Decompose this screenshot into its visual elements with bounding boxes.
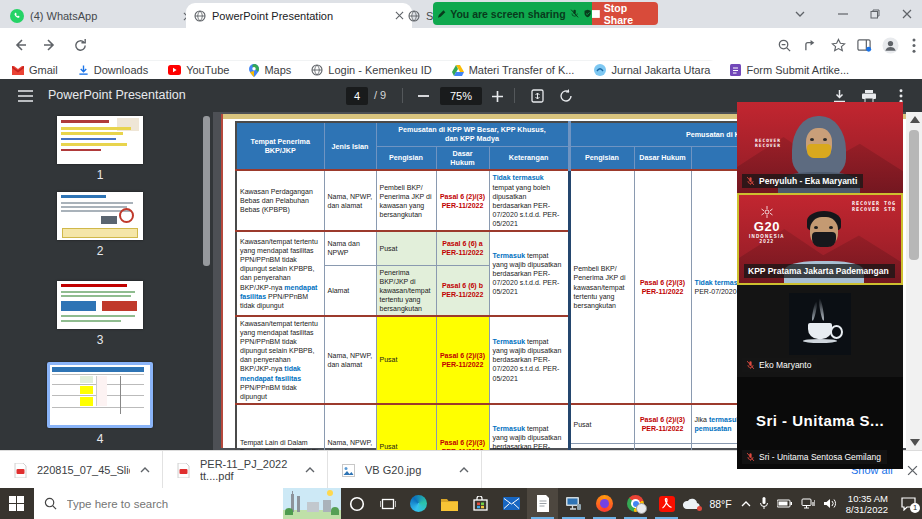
slide-left-accent <box>221 114 223 448</box>
download-item-1[interactable]: 220815_07_45_Slid....pdf <box>0 451 163 489</box>
mic-muted-icon[interactable] <box>570 8 579 19</box>
backdrop-watermark: RECOVER TOG RECOVER STR <box>852 200 896 212</box>
pdf-menu-icon[interactable] <box>16 87 34 105</box>
video-tile-sri-unitama[interactable]: Sri - Unitama S... Sri - Unitama Sentosa… <box>737 377 903 469</box>
zoom-in-icon[interactable] <box>488 87 506 105</box>
tab-search-chevron[interactable] <box>785 0 815 28</box>
pdf-page-input[interactable]: 4 <box>346 87 368 105</box>
text-run: Termasuk <box>493 338 526 345</box>
video-tile-eka-maryanti[interactable]: RECOVER RECOVER Penyuluh - Eka Maryanti <box>737 102 903 193</box>
cell-pengisian: Penerima BKP/JKP di kawasan/tempat terte… <box>376 265 436 316</box>
thumbnail-slide-2[interactable]: 2 <box>0 192 200 258</box>
bookmark-materi-transfer[interactable]: Materi Transfer of K... <box>452 64 575 76</box>
thumbnail-number: 1 <box>0 168 200 182</box>
weather-icon[interactable] <box>682 498 700 510</box>
taskbar-file-explorer-icon[interactable] <box>434 488 465 519</box>
taskbar-active-document-icon[interactable] <box>527 488 558 519</box>
participant-name-label: KPP Pratama Jakarta Pademangan <box>744 264 895 278</box>
taskbar-remote-desktop-icon[interactable] <box>558 488 589 519</box>
microphone-tray-icon[interactable] <box>760 497 768 510</box>
globe-icon <box>408 10 420 22</box>
bookmark-kemenkeu[interactable]: Login - Kemenkeu ID <box>311 64 431 76</box>
back-button[interactable] <box>10 35 30 55</box>
download-item-2[interactable]: PER-11_PJ_2022 tt....pdf <box>163 451 328 489</box>
window-restore-button[interactable] <box>860 0 890 28</box>
taskbar-search-box[interactable] <box>34 488 342 519</box>
bookmark-jurnal-jakarta[interactable]: Jurnal Jakarta Utara <box>594 64 710 76</box>
bookmark-gmail[interactable]: Gmail <box>12 64 58 76</box>
taskbar-clock[interactable]: 10:35 AM 8/31/2022 <box>846 493 888 515</box>
thumbnail-number: 4 <box>0 432 200 446</box>
hidden-icons-chevron[interactable] <box>741 501 751 507</box>
search-icon <box>44 497 57 510</box>
tab-whatsapp[interactable]: (4) WhatsApp <box>2 4 200 28</box>
scroll-down-icon[interactable] <box>910 439 920 446</box>
download-item-3[interactable]: VB G20.jpg <box>328 451 482 489</box>
battery-tray-icon[interactable] <box>777 499 792 508</box>
bookmark-star-icon[interactable] <box>828 35 848 55</box>
temperature[interactable]: 88°F <box>709 498 731 510</box>
fit-to-page-icon[interactable] <box>528 87 546 105</box>
taskbar-store-icon[interactable] <box>465 488 496 519</box>
side-panel-icon[interactable] <box>854 35 874 55</box>
taskbar-firefox-icon[interactable] <box>589 488 620 519</box>
zoom-out-icon[interactable] <box>414 87 432 105</box>
video-tile-kpp-pratama[interactable]: RECOVER TOG RECOVER STR G20 INDONESIA 20… <box>737 193 903 285</box>
notification-center-icon[interactable]: 1 <box>901 497 916 511</box>
network-tray-icon[interactable] <box>801 498 815 509</box>
window-close-button[interactable] <box>892 0 922 28</box>
notification-badge: 1 <box>910 503 920 513</box>
bookmark-maps[interactable]: Maps <box>249 64 291 77</box>
thumbnail-slide-4-selected[interactable]: 4 <box>0 362 200 446</box>
search-highlight-image[interactable] <box>283 488 341 519</box>
taskbar-mail-icon[interactable] <box>496 488 527 519</box>
chevron-up-icon[interactable] <box>459 467 469 473</box>
video-tile-eko-maryanto[interactable]: Eko Maryanto <box>737 285 903 377</box>
rotate-icon[interactable] <box>557 87 575 105</box>
browser-menu-icon[interactable] <box>904 35 922 55</box>
search-input[interactable] <box>65 497 276 511</box>
maps-pin-icon <box>249 64 259 77</box>
share-icon[interactable] <box>801 35 821 55</box>
pdf-zoom-level[interactable]: 75% <box>440 87 482 105</box>
video-call-overlay[interactable]: RECOVER RECOVER Penyuluh - Eka Maryanti … <box>737 102 903 469</box>
system-tray: 88°F 10:35 AM 8/31/2022 1 <box>682 493 922 515</box>
scroll-up-icon[interactable] <box>910 116 920 123</box>
pdf-scrollbar[interactable] <box>906 112 922 450</box>
forms-icon <box>730 64 741 76</box>
forward-button[interactable] <box>40 35 60 55</box>
cell-dasar-hukum: Pasal 6 (6) a PER-11/2022 <box>436 231 489 265</box>
stop-share-button[interactable]: Stop Share <box>592 2 658 25</box>
chevron-up-icon[interactable] <box>140 467 150 473</box>
sidebar-scrollbar[interactable] <box>203 114 210 446</box>
weather-alert-dot <box>697 506 702 511</box>
window-minimize-button[interactable] <box>828 0 858 28</box>
reload-button[interactable] <box>70 35 90 55</box>
volume-tray-icon[interactable] <box>824 498 837 509</box>
tab-powerpoint-presentation[interactable]: PowerPoint Presentation <box>186 3 412 28</box>
taskbar-chrome-icon[interactable] <box>620 488 651 519</box>
bookmark-downloads[interactable]: Downloads <box>78 64 148 76</box>
zoom-out-page-icon[interactable] <box>774 35 794 55</box>
header-jenis-isian: Jenis Isian <box>324 122 376 170</box>
start-button[interactable] <box>0 488 34 519</box>
chevron-up-icon[interactable] <box>305 467 315 473</box>
taskbar-acrobat-icon[interactable] <box>651 488 682 519</box>
pdf-scrollbar-thumb[interactable] <box>909 130 919 260</box>
tab-title: PowerPoint Presentation <box>212 10 389 22</box>
bookmark-youtube[interactable]: YouTube <box>168 64 229 76</box>
profile-bubble <box>636 503 647 514</box>
thumbnail-slide-3[interactable]: 3 <box>0 281 200 347</box>
text-run: Termasuk <box>493 425 526 432</box>
downloads-bar-close-icon[interactable] <box>903 451 922 489</box>
taskbar-task-view-icon[interactable] <box>372 488 403 519</box>
taskbar-edge-icon[interactable] <box>403 488 434 519</box>
header-keterangan: Keterangan <box>489 146 569 170</box>
header-dasar-hukum: Dasar Hukum <box>634 146 691 170</box>
browser-toolbar: File C:/Users/PAJAK/Downloads/220815_07_… <box>0 28 922 61</box>
bookmark-form-submit[interactable]: Form Submit Artike... <box>730 64 849 76</box>
profile-avatar[interactable] <box>880 35 900 55</box>
taskbar-cortana-icon[interactable] <box>341 488 372 519</box>
thumbnail-slide-1[interactable]: 1 <box>0 116 200 182</box>
shield-icon[interactable] <box>583 8 592 19</box>
